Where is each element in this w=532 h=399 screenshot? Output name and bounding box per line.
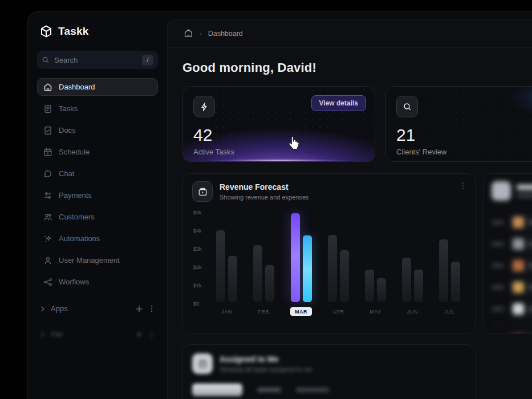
avatar [513, 238, 524, 250]
sidebar-item-label: Chat [59, 169, 74, 178]
bar-expenses-jan[interactable] [228, 256, 237, 302]
y-tick: $1k [193, 283, 208, 288]
docs-icon [43, 126, 52, 135]
section-label: File [51, 330, 63, 339]
kebab-menu-icon[interactable] [459, 182, 467, 190]
clients-review-card[interactable]: 21 Clients' Review [385, 86, 532, 162]
search-placeholder: Search [54, 56, 137, 64]
list-item[interactable] [492, 331, 532, 334]
bar-group-mar[interactable]: MAR [290, 210, 312, 316]
bar-revenue-feb[interactable] [253, 245, 262, 302]
list-item[interactable] [492, 279, 532, 296]
breadcrumb: › Dashboard [168, 19, 532, 48]
bar-group-may[interactable]: MAY [365, 210, 386, 316]
bar-revenue-jun[interactable] [402, 258, 411, 302]
x-tick-jul: JUL [445, 307, 455, 316]
sidebar-item-schedule[interactable]: Schedule [37, 143, 158, 161]
search-input[interactable]: Search / [37, 51, 158, 69]
chart-title: Revenue Forecast [220, 182, 309, 192]
sidebar-item-automations[interactable]: Automations [37, 230, 158, 247]
sidebar-item-label: User Management [59, 256, 120, 264]
sidebar-item-label: Docs [59, 126, 76, 135]
list-item[interactable] [492, 257, 532, 274]
y-tick: $0 [193, 301, 208, 307]
avatar [513, 303, 524, 315]
tab-item[interactable] [296, 388, 329, 392]
assigned-title: Assigned to Me [220, 355, 312, 364]
kebab-menu-icon[interactable] [148, 305, 156, 313]
bar-group-feb[interactable]: FEB [253, 210, 274, 316]
customers-icon [43, 213, 52, 222]
bar-group-jun[interactable]: JUN [402, 210, 423, 316]
sidebar-item-docs[interactable]: Docs [37, 121, 158, 139]
tab-item[interactable] [257, 388, 281, 392]
cube-logo-icon [39, 25, 53, 38]
sidebar-item-tasks[interactable]: Tasks [37, 100, 158, 117]
list-item[interactable] [492, 214, 532, 231]
x-tick-jun: JUN [407, 307, 418, 316]
avatar [513, 333, 524, 334]
sidebar-section-file[interactable]: File [37, 330, 158, 339]
active-tasks-card[interactable]: View details 42 Active Tasks [182, 86, 375, 162]
sidebar-item-worflows[interactable]: Worflows [37, 273, 158, 291]
chart-subtitle: Showing revenue and expenses [220, 194, 309, 201]
bar-revenue-may[interactable] [365, 270, 374, 302]
chevron-right-icon [39, 331, 46, 338]
view-details-button[interactable]: View details [311, 95, 366, 111]
clients-review-value: 21 [396, 125, 532, 145]
bar-chart: $5k$4k$3k$2k$1k$0 JANFEBMARAPRMAYJUNJUL [192, 210, 466, 316]
sidebar-section-apps[interactable]: Apps [37, 304, 158, 313]
automations-icon [43, 234, 52, 243]
clipboard-icon [192, 353, 213, 374]
list-item[interactable] [492, 300, 532, 317]
tab-selected[interactable] [192, 384, 242, 396]
plus-icon[interactable] [135, 331, 143, 339]
bar-expenses-jun[interactable] [414, 270, 423, 302]
assigned-subtitle: Showing all tasks assigned to me [220, 366, 312, 373]
bar-revenue-jul[interactable] [439, 239, 448, 302]
search-icon [42, 56, 50, 64]
bar-expenses-mar[interactable] [303, 235, 312, 302]
sidebar: Taskk Search / Dashboard Tasks [28, 12, 167, 399]
bar-revenue-apr[interactable] [328, 235, 337, 302]
sidebar-item-label: Customers [59, 213, 95, 221]
bar-expenses-apr[interactable] [340, 250, 349, 302]
y-tick: $2k [193, 264, 208, 270]
kebab-menu-icon[interactable] [148, 331, 156, 339]
sidebar-item-label: Automations [59, 234, 100, 243]
bar-chart-plot: JANFEBMARAPRMAYJUNJUL [212, 210, 465, 316]
list-item[interactable] [492, 235, 532, 253]
bar-expenses-may[interactable] [377, 278, 386, 302]
sidebar-item-label: Tasks [59, 104, 78, 113]
sidebar-item-customers[interactable]: Customers [37, 208, 158, 226]
avatar [513, 260, 524, 271]
tasks-icon [43, 104, 52, 113]
bar-group-jan[interactable]: JAN [216, 210, 237, 316]
bar-revenue-mar[interactable] [291, 213, 300, 302]
sidebar-item-dashboard[interactable]: Dashboard [37, 78, 158, 96]
bar-revenue-jan[interactable] [216, 230, 225, 302]
sidebar-item-user-management[interactable]: User Management [37, 251, 158, 269]
assignment-list [492, 214, 532, 317]
workflow-icon [43, 278, 52, 287]
breadcrumb-home-icon[interactable] [184, 28, 193, 38]
clients-review-label: Clients' Review [396, 148, 532, 156]
bar-expenses-jul[interactable] [451, 262, 460, 302]
x-tick-feb: FEB [258, 307, 269, 316]
user-icon [43, 256, 52, 265]
side-list-card [483, 173, 532, 334]
bar-expenses-feb[interactable] [265, 265, 274, 302]
bar-group-apr[interactable]: APR [328, 210, 349, 316]
search-shortcut-badge: / [142, 55, 153, 66]
plus-icon[interactable] [135, 305, 143, 313]
panel-icon [492, 181, 511, 201]
y-tick: $3k [193, 246, 208, 252]
y-tick: $5k [193, 210, 208, 215]
bar-group-jul[interactable]: JUL [439, 210, 460, 316]
active-tasks-label: Active Tasks [193, 148, 364, 156]
revenue-forecast-card: Revenue Forecast Showing revenue and exp… [182, 173, 476, 334]
sidebar-item-payments[interactable]: Payments [37, 186, 158, 204]
sidebar-nav: Dashboard Tasks Docs Schedule [37, 78, 158, 291]
sidebar-item-chat[interactable]: Chat [37, 165, 158, 182]
wallet-icon [192, 181, 213, 202]
